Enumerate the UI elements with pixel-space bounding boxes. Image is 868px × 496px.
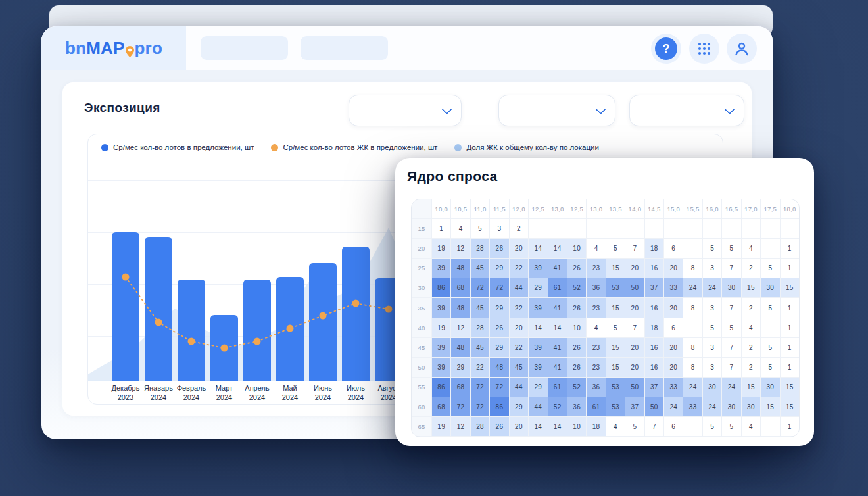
heatmap-cell[interactable]: 15 xyxy=(781,378,799,397)
heatmap-cell[interactable]: 24 xyxy=(722,378,740,397)
heatmap-cell[interactable]: 4 xyxy=(606,417,625,436)
heatmap-cell[interactable]: 68 xyxy=(451,378,470,397)
dot-3[interactable] xyxy=(221,345,228,352)
legend-item-2[interactable]: Доля ЖК к общему кол-ву по локации xyxy=(454,143,598,151)
heatmap-cell[interactable]: 15 xyxy=(606,358,625,377)
heatmap-cell[interactable]: 86 xyxy=(490,397,508,416)
heatmap-cell[interactable]: 52 xyxy=(567,378,586,397)
heatmap-cell[interactable]: 4 xyxy=(587,239,605,258)
heatmap-cell[interactable]: 15 xyxy=(742,278,760,297)
heatmap-cell[interactable]: 1 xyxy=(781,298,799,317)
heatmap-cell[interactable]: 3 xyxy=(703,358,721,377)
heatmap-cell[interactable]: 36 xyxy=(587,278,605,297)
heatmap-cell[interactable]: 39 xyxy=(432,298,450,317)
heatmap-cell[interactable]: 39 xyxy=(432,259,450,278)
heatmap-cell[interactable]: 29 xyxy=(529,378,547,397)
heatmap-cell[interactable]: 18 xyxy=(645,318,663,337)
heatmap-cell[interactable]: 18 xyxy=(645,239,663,258)
heatmap-cell[interactable]: 44 xyxy=(529,397,547,416)
heatmap-cell[interactable]: 53 xyxy=(606,397,625,416)
heatmap-cell[interactable]: 2 xyxy=(742,358,760,377)
heatmap-cell[interactable] xyxy=(548,219,567,238)
dot-7[interactable] xyxy=(352,300,360,307)
heatmap-cell[interactable]: 22 xyxy=(510,298,528,317)
legend-item-0[interactable]: Ср/мес кол-во лотов в предложении, шт xyxy=(101,143,254,151)
heatmap-cell[interactable] xyxy=(683,417,702,436)
heatmap-cell[interactable] xyxy=(761,417,779,436)
heatmap-cell[interactable]: 5 xyxy=(761,338,779,357)
heatmap-cell[interactable]: 10 xyxy=(567,417,586,436)
heatmap-cell[interactable]: 44 xyxy=(510,278,528,297)
heatmap-cell[interactable]: 53 xyxy=(606,378,625,397)
heatmap-cell[interactable]: 24 xyxy=(703,397,721,416)
heatmap-cell[interactable]: 30 xyxy=(761,278,779,297)
heatmap-cell[interactable]: 33 xyxy=(664,378,683,397)
heatmap-cell[interactable]: 48 xyxy=(451,298,470,317)
heatmap-cell[interactable]: 26 xyxy=(567,358,586,377)
heatmap-cell[interactable]: 68 xyxy=(451,278,470,297)
heatmap-cell[interactable]: 45 xyxy=(471,338,489,357)
heatmap-cell[interactable]: 39 xyxy=(529,358,547,377)
heatmap-cell[interactable]: 12 xyxy=(451,239,470,258)
heatmap-cell[interactable]: 50 xyxy=(645,397,663,416)
heatmap-cell[interactable]: 61 xyxy=(548,278,567,297)
heatmap-cell[interactable]: 41 xyxy=(548,338,567,357)
heatmap-cell[interactable]: 2 xyxy=(742,298,760,317)
heatmap-cell[interactable]: 45 xyxy=(471,298,489,317)
filter-dropdown-1[interactable] xyxy=(349,95,462,126)
heatmap-cell[interactable] xyxy=(761,219,779,238)
heatmap-cell[interactable]: 1 xyxy=(432,219,450,238)
heatmap-cell[interactable]: 20 xyxy=(510,417,528,436)
filter-dropdown-2[interactable] xyxy=(498,95,615,126)
heatmap-cell[interactable]: 53 xyxy=(606,278,625,297)
heatmap-cell[interactable]: 68 xyxy=(432,397,450,416)
bar-2[interactable] xyxy=(178,280,205,381)
heatmap-cell[interactable]: 5 xyxy=(606,318,625,337)
heatmap-cell[interactable]: 14 xyxy=(548,318,567,337)
heatmap-cell[interactable]: 5 xyxy=(761,259,779,278)
heatmap-cell[interactable] xyxy=(761,239,779,258)
heatmap-cell[interactable]: 23 xyxy=(587,259,605,278)
heatmap-cell[interactable]: 29 xyxy=(490,298,508,317)
heatmap-cell[interactable] xyxy=(606,219,625,238)
heatmap-cell[interactable]: 24 xyxy=(683,278,702,297)
heatmap-cell[interactable]: 61 xyxy=(587,397,605,416)
heatmap-cell[interactable]: 7 xyxy=(625,318,644,337)
heatmap-cell[interactable]: 23 xyxy=(587,338,605,357)
heatmap-cell[interactable]: 20 xyxy=(625,358,644,377)
dot-4[interactable] xyxy=(254,338,261,345)
heatmap-cell[interactable]: 14 xyxy=(529,318,547,337)
heatmap-cell[interactable]: 8 xyxy=(683,259,702,278)
heatmap-cell[interactable]: 29 xyxy=(490,259,508,278)
heatmap-cell[interactable]: 39 xyxy=(432,358,450,377)
heatmap-cell[interactable]: 37 xyxy=(645,378,663,397)
heatmap-cell[interactable]: 24 xyxy=(683,378,702,397)
heatmap-cell[interactable]: 6 xyxy=(664,239,683,258)
heatmap-cell[interactable] xyxy=(742,219,760,238)
heatmap-cell[interactable]: 30 xyxy=(742,397,760,416)
heatmap-cell[interactable]: 72 xyxy=(451,397,470,416)
heatmap-cell[interactable]: 7 xyxy=(645,417,663,436)
filter-dropdown-3[interactable] xyxy=(629,95,744,126)
heatmap-cell[interactable]: 2 xyxy=(742,338,760,357)
heatmap-cell[interactable]: 28 xyxy=(471,417,489,436)
heatmap-cell[interactable]: 41 xyxy=(548,358,567,377)
heatmap-cell[interactable]: 61 xyxy=(548,378,567,397)
heatmap-cell[interactable]: 6 xyxy=(664,417,683,436)
heatmap-cell[interactable]: 14 xyxy=(529,239,547,258)
heatmap-cell[interactable]: 33 xyxy=(664,278,683,297)
heatmap-cell[interactable]: 15 xyxy=(781,278,799,297)
heatmap-cell[interactable]: 8 xyxy=(683,358,702,377)
heatmap-cell[interactable]: 24 xyxy=(703,278,721,297)
heatmap-cell[interactable]: 5 xyxy=(703,417,721,436)
heatmap-cell[interactable]: 30 xyxy=(761,378,779,397)
heatmap-cell[interactable]: 1 xyxy=(781,417,799,436)
heatmap-cell[interactable]: 36 xyxy=(567,397,586,416)
heatmap-cell[interactable] xyxy=(664,219,683,238)
heatmap-cell[interactable]: 14 xyxy=(548,239,567,258)
heatmap-cell[interactable]: 23 xyxy=(587,298,605,317)
heatmap-cell[interactable] xyxy=(683,239,702,258)
bar-1[interactable] xyxy=(145,237,172,381)
heatmap-cell[interactable]: 1 xyxy=(781,259,799,278)
heatmap-cell[interactable]: 12 xyxy=(451,417,470,436)
